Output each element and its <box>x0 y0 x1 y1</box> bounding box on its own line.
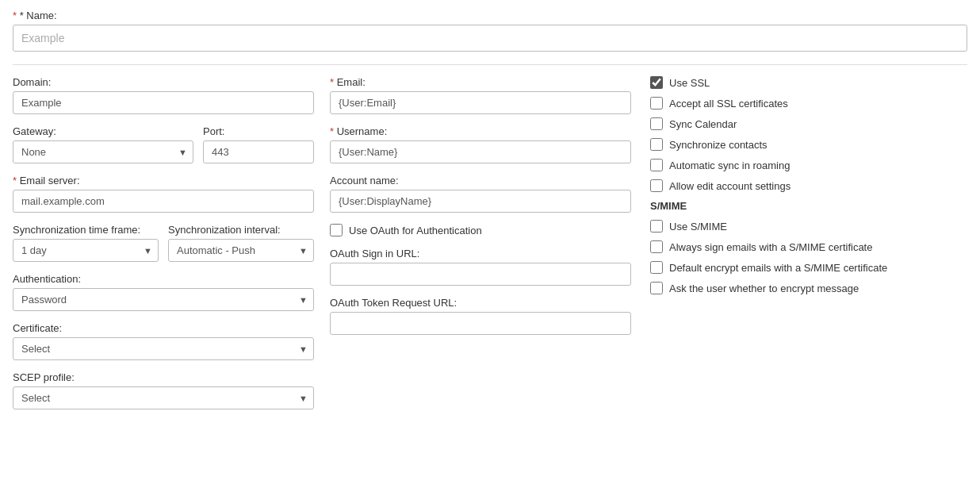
email-input[interactable] <box>330 91 631 114</box>
middle-column: * Email: * Username: Account name: Use O… <box>330 76 647 346</box>
sync-contacts-label[interactable]: Synchronize contacts <box>669 139 768 151</box>
sync-calendar-row: Sync Calendar <box>650 117 967 130</box>
auto-sync-roaming-checkbox[interactable] <box>650 159 663 171</box>
username-input[interactable] <box>330 140 631 163</box>
email-server-group: * Email server: <box>13 175 314 213</box>
auto-sync-roaming-row: Automatic sync in roaming <box>650 159 967 171</box>
port-label: Port: <box>203 125 314 137</box>
use-oauth-label[interactable]: Use OAuth for Authentication <box>349 225 482 236</box>
cert-select-wrapper: Select ▼ <box>13 337 314 360</box>
sync-calendar-checkbox[interactable] <box>650 117 663 130</box>
username-label: * Username: <box>330 125 631 137</box>
port-group: Port: <box>203 125 314 163</box>
interval-label: Synchronization interval: <box>168 224 314 236</box>
auth-label: Authentication: <box>13 273 314 285</box>
ask-user-row: Ask the user whether to encrypt message <box>650 282 967 294</box>
email-server-input[interactable] <box>13 190 314 213</box>
email-server-label: * Email server: <box>13 175 314 186</box>
gateway-select[interactable]: None <box>13 140 193 163</box>
domain-input[interactable] <box>13 91 314 114</box>
use-smime-checkbox[interactable] <box>650 220 663 233</box>
domain-label: Domain: <box>13 76 314 88</box>
accept-ssl-label[interactable]: Accept all SSL certificates <box>669 98 788 110</box>
auth-group: Authentication: Password ▼ <box>13 273 314 311</box>
scep-select-wrapper: Select ▼ <box>13 386 314 409</box>
timeframe-select-wrapper: 1 day ▼ <box>13 239 159 262</box>
accept-ssl-checkbox[interactable] <box>650 97 663 110</box>
use-ssl-checkbox[interactable] <box>650 76 663 89</box>
oauth-signin-label: OAuth Sign in URL: <box>330 248 631 259</box>
sync-contacts-row: Synchronize contacts <box>650 138 967 151</box>
use-oauth-checkbox[interactable] <box>330 224 343 236</box>
timeframe-select[interactable]: 1 day <box>13 239 159 262</box>
gateway-select-wrapper: None ▼ <box>13 140 193 163</box>
oauth-signin-input[interactable] <box>330 263 631 286</box>
use-ssl-label[interactable]: Use SSL <box>669 77 710 89</box>
allow-edit-label[interactable]: Allow edit account settings <box>669 180 791 192</box>
auto-sync-roaming-label[interactable]: Automatic sync in roaming <box>669 160 790 171</box>
auth-select-wrapper: Password ▼ <box>13 288 314 311</box>
default-encrypt-row: Default encrypt emails with a S/MIME cer… <box>650 261 967 274</box>
divider <box>13 64 967 65</box>
page-container: * * Name: Domain: Gateway: None <box>0 0 980 492</box>
always-sign-checkbox[interactable] <box>650 240 663 253</box>
use-smime-row: Use S/MIME <box>650 220 967 233</box>
username-required: * <box>330 125 334 137</box>
oauth-token-group: OAuth Token Request URL: <box>330 297 631 335</box>
scep-group: SCEP profile: Select ▼ <box>13 371 314 409</box>
domain-group: Domain: <box>13 76 314 114</box>
email-required: * <box>330 76 334 88</box>
sync-calendar-label[interactable]: Sync Calendar <box>669 118 737 130</box>
name-input[interactable] <box>13 25 967 52</box>
default-encrypt-checkbox[interactable] <box>650 261 663 274</box>
cert-label: Certificate: <box>13 322 314 334</box>
email-label: * Email: <box>330 76 631 88</box>
allow-edit-checkbox[interactable] <box>650 179 663 192</box>
interval-group: Synchronization interval: Automatic - Pu… <box>168 224 314 262</box>
name-required-marker: * <box>13 10 17 21</box>
auth-select[interactable]: Password <box>13 288 314 311</box>
name-section: * * Name: <box>13 10 967 52</box>
account-name-group: Account name: <box>330 175 631 213</box>
always-sign-row: Always sign emails with a S/MIME certifi… <box>650 240 967 253</box>
cert-group: Certificate: Select ▼ <box>13 322 314 360</box>
left-column: Domain: Gateway: None ▼ Port: <box>13 76 330 421</box>
sync-contacts-checkbox[interactable] <box>650 138 663 151</box>
right-column: Use SSL Accept all SSL certificates Sync… <box>647 76 967 302</box>
smime-heading: S/MIME <box>650 200 967 212</box>
allow-edit-row: Allow edit account settings <box>650 179 967 192</box>
port-input[interactable] <box>203 140 314 163</box>
ask-user-checkbox[interactable] <box>650 282 663 294</box>
gateway-group: Gateway: None ▼ <box>13 125 193 163</box>
columns-wrapper: Domain: Gateway: None ▼ Port: <box>13 76 967 421</box>
ask-user-label[interactable]: Ask the user whether to encrypt message <box>669 283 859 294</box>
name-label: * * Name: <box>13 10 967 21</box>
default-encrypt-label[interactable]: Default encrypt emails with a S/MIME cer… <box>669 262 887 274</box>
scep-label: SCEP profile: <box>13 371 314 383</box>
accept-ssl-row: Accept all SSL certificates <box>650 97 967 110</box>
oauth-token-label: OAuth Token Request URL: <box>330 297 631 309</box>
use-smime-label[interactable]: Use S/MIME <box>669 221 727 233</box>
email-server-required: * <box>13 175 17 186</box>
username-group: * Username: <box>330 125 631 163</box>
email-group: * Email: <box>330 76 631 114</box>
account-name-label: Account name: <box>330 175 631 186</box>
oauth-token-input[interactable] <box>330 312 631 335</box>
interval-select-wrapper: Automatic - Push ▼ <box>168 239 314 262</box>
scep-select[interactable]: Select <box>13 386 314 409</box>
gateway-label: Gateway: <box>13 125 193 137</box>
always-sign-label[interactable]: Always sign emails with a S/MIME certifi… <box>669 241 872 253</box>
sync-row: Synchronization time frame: 1 day ▼ Sync… <box>13 224 314 262</box>
use-oauth-row: Use OAuth for Authentication <box>330 224 631 236</box>
oauth-signin-group: OAuth Sign in URL: <box>330 248 631 286</box>
timeframe-group: Synchronization time frame: 1 day ▼ <box>13 224 159 262</box>
use-ssl-row: Use SSL <box>650 76 967 89</box>
account-name-input[interactable] <box>330 190 631 213</box>
cert-select[interactable]: Select <box>13 337 314 360</box>
gateway-port-row: Gateway: None ▼ Port: <box>13 125 314 163</box>
interval-select[interactable]: Automatic - Push <box>168 239 314 262</box>
timeframe-label: Synchronization time frame: <box>13 224 159 236</box>
